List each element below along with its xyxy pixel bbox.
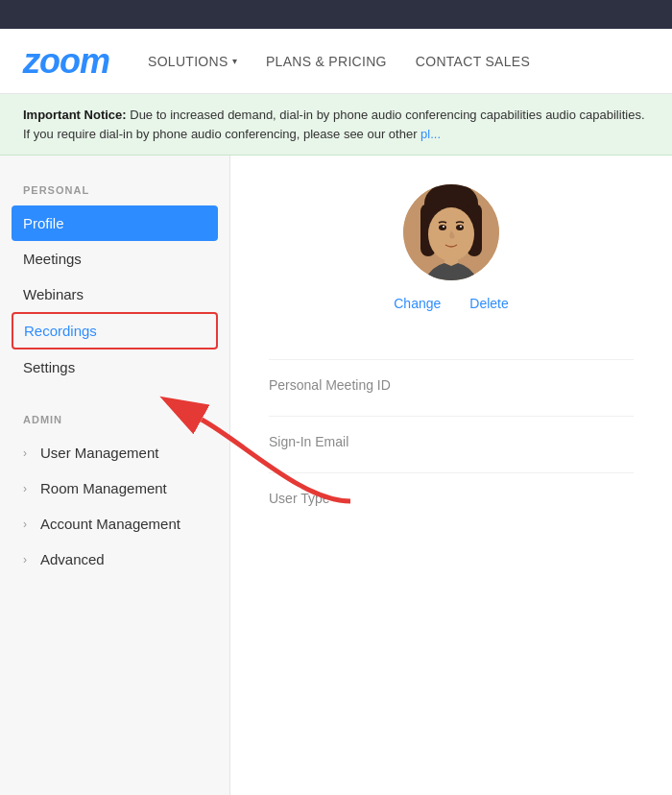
solutions-dropdown-arrow: ▾: [232, 56, 237, 66]
sidebar-item-webinars[interactable]: Webinars: [0, 277, 229, 312]
sidebar-item-user-management[interactable]: › User Management: [0, 435, 229, 470]
admin-section-label: ADMIN: [0, 414, 229, 435]
sidebar-item-account-management[interactable]: › Account Management: [0, 506, 229, 542]
navbar-links: SOLUTIONS ▾ PLANS & PRICING CONTACT SALE…: [148, 54, 530, 69]
sidebar-item-settings[interactable]: Settings: [0, 349, 229, 385]
chevron-right-icon: ›: [23, 518, 27, 531]
personal-meeting-id-label: Personal Meeting ID: [269, 377, 634, 393]
photo-actions: Change Delete: [394, 296, 509, 311]
solutions-nav-link[interactable]: SOLUTIONS ▾: [148, 54, 237, 69]
delete-photo-link[interactable]: Delete: [469, 296, 508, 311]
main-content: PERSONAL Profile Meetings Webinars Recor…: [0, 156, 672, 795]
right-panel: Change Delete Personal Meeting ID Sign-I…: [230, 156, 672, 795]
sidebar-item-recordings[interactable]: Recordings: [12, 312, 218, 349]
contact-sales-nav-link[interactable]: CONTACT SALES: [416, 54, 530, 69]
chevron-right-icon: ›: [23, 553, 27, 566]
sidebar: PERSONAL Profile Meetings Webinars Recor…: [0, 156, 230, 795]
sidebar-wrapper: PERSONAL Profile Meetings Webinars Recor…: [0, 156, 230, 795]
sign-in-email-label: Sign-In Email: [269, 434, 634, 449]
sign-in-email-field: Sign-In Email: [269, 416, 634, 472]
svg-point-7: [456, 225, 464, 230]
sidebar-item-meetings[interactable]: Meetings: [0, 241, 229, 277]
plans-pricing-nav-link[interactable]: PLANS & PRICING: [266, 54, 387, 69]
chevron-right-icon: ›: [23, 446, 27, 460]
user-type-field: User Type: [269, 472, 634, 529]
svg-point-8: [443, 226, 444, 228]
user-type-label: User Type: [269, 491, 634, 506]
chevron-right-icon: ›: [23, 482, 27, 495]
personal-section-label: PERSONAL: [0, 184, 229, 205]
admin-section: ADMIN › User Management › Room Managemen…: [0, 414, 229, 577]
change-photo-link[interactable]: Change: [394, 296, 441, 311]
svg-point-9: [460, 226, 462, 228]
top-bar: [0, 0, 672, 29]
avatar: [403, 184, 499, 280]
navbar: zoom SOLUTIONS ▾ PLANS & PRICING CONTACT…: [0, 29, 672, 94]
sidebar-item-advanced[interactable]: › Advanced: [0, 542, 229, 577]
svg-point-6: [439, 225, 446, 230]
notice-link[interactable]: pl...: [420, 127, 441, 141]
notice-banner: Important Notice: Due to increased deman…: [0, 94, 672, 156]
profile-photo-area: Change Delete: [269, 184, 634, 330]
zoom-logo[interactable]: zoom: [23, 41, 109, 82]
notice-prefix: Important Notice:: [23, 108, 127, 122]
sidebar-item-room-management[interactable]: › Room Management: [0, 470, 229, 506]
sidebar-item-profile[interactable]: Profile: [12, 205, 218, 241]
personal-meeting-id-field: Personal Meeting ID: [269, 359, 634, 416]
